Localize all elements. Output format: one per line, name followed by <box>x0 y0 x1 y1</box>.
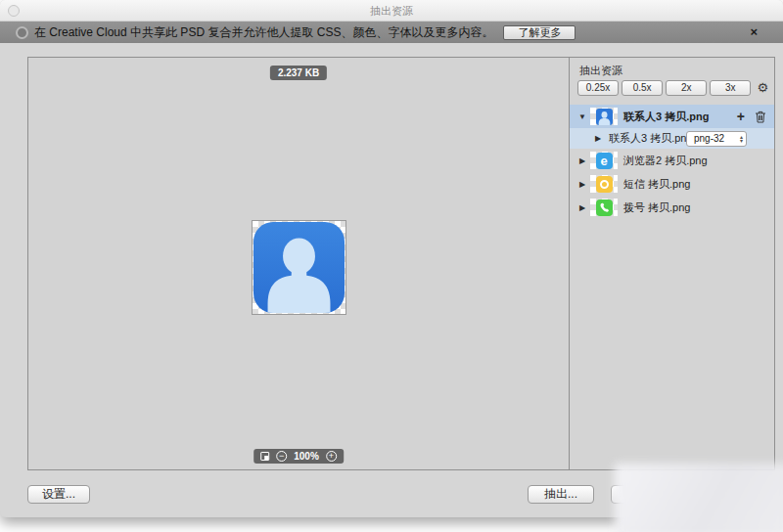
creative-cloud-icon <box>16 26 28 39</box>
asset-name: 联系人3 拷贝.png <box>609 131 693 146</box>
zoom-in-button[interactable]: + <box>326 451 337 462</box>
trash-icon[interactable] <box>755 111 766 123</box>
phone-icon <box>596 200 613 216</box>
notification-text: 在 Creative Cloud 中共享此 PSD 复合并允许他人提取 CSS、… <box>34 24 493 41</box>
asset-name: 联系人3 拷贝.png <box>623 110 709 124</box>
file-size-badge: 2.237 KB <box>270 66 327 80</box>
scale-2x-button[interactable]: 2x <box>666 80 707 96</box>
window-title: 抽出资源 <box>0 4 783 19</box>
asset-name: 浏览器2 拷贝.png <box>623 154 708 168</box>
phone-thumbnail <box>590 199 618 216</box>
notification-bar: 在 Creative Cloud 中共享此 PSD 复合并允许他人提取 CSS、… <box>0 22 783 43</box>
zoom-level: 100% <box>294 451 319 462</box>
extract-assets-dialog: 抽出资源 在 Creative Cloud 中共享此 PSD 复合并允许他人提取… <box>0 0 783 517</box>
main-content: 2.237 KB − 100% + 抽出资源 0. <box>27 57 775 470</box>
browser-icon: e <box>596 153 613 169</box>
settings-button[interactable]: 设置... <box>27 485 90 504</box>
chevron-right-icon[interactable]: ▶ <box>577 180 587 189</box>
assets-sidebar: 抽出资源 0.25x 0.5x 2x 3x ⚙ ▼ <box>570 58 774 469</box>
preview-pane: 2.237 KB − 100% + <box>28 58 570 469</box>
window-titlebar: 抽出资源 <box>0 0 783 22</box>
asset-list: ▼ 联系人3 拷贝.png + <box>570 105 774 219</box>
chevron-right-icon[interactable]: ▶ <box>593 134 603 143</box>
scale-025x-button[interactable]: 0.25x <box>577 80 619 96</box>
chevron-right-icon[interactable]: ▶ <box>577 156 587 165</box>
asset-row-phone[interactable]: ▶ 拨号 拷贝.png <box>570 196 774 219</box>
chevron-down-icon[interactable]: ▼ <box>577 112 587 121</box>
gear-icon[interactable]: ⚙ <box>757 80 768 96</box>
fit-to-screen-icon[interactable] <box>260 452 269 461</box>
asset-row-contacts[interactable]: ▼ 联系人3 拷贝.png + <box>570 105 774 128</box>
extract-button[interactable]: 抽出... <box>528 485 594 504</box>
contacts-thumbnail <box>590 108 618 125</box>
add-asset-icon[interactable]: + <box>737 110 745 123</box>
notification-close-icon[interactable]: × <box>750 24 758 39</box>
asset-name: 短信 拷贝.png <box>623 177 690 192</box>
browser-thumbnail: e <box>590 152 618 169</box>
selected-asset-preview[interactable] <box>252 220 346 315</box>
asset-row-browser[interactable]: ▶ e 浏览器2 拷贝.png <box>570 149 774 172</box>
messages-icon <box>596 176 613 193</box>
scale-3x-button[interactable]: 3x <box>710 80 751 96</box>
contacts-icon <box>253 222 345 313</box>
format-select[interactable]: png-32 ▴▾ <box>686 131 747 147</box>
zoom-controls: − 100% + <box>253 449 344 464</box>
zoom-out-button[interactable]: − <box>276 451 287 462</box>
asset-name: 拨号 拷贝.png <box>623 200 690 215</box>
scale-options: 0.25x 0.5x 2x 3x ⚙ <box>577 80 768 96</box>
blurred-region <box>615 464 783 532</box>
asset-row-messages[interactable]: ▶ 短信 拷贝.png <box>570 172 774 196</box>
scale-05x-button[interactable]: 0.5x <box>622 80 663 96</box>
messages-thumbnail <box>590 175 618 193</box>
chevron-right-icon[interactable]: ▶ <box>577 203 587 212</box>
sidebar-title: 抽出资源 <box>579 64 622 78</box>
learn-more-button[interactable]: 了解更多 <box>503 25 576 40</box>
format-value: png-32 <box>694 133 740 144</box>
stepper-icon: ▴▾ <box>740 135 743 143</box>
asset-subrow-contacts[interactable]: ▶ 联系人3 拷贝.png png-32 ▴▾ <box>570 128 774 149</box>
